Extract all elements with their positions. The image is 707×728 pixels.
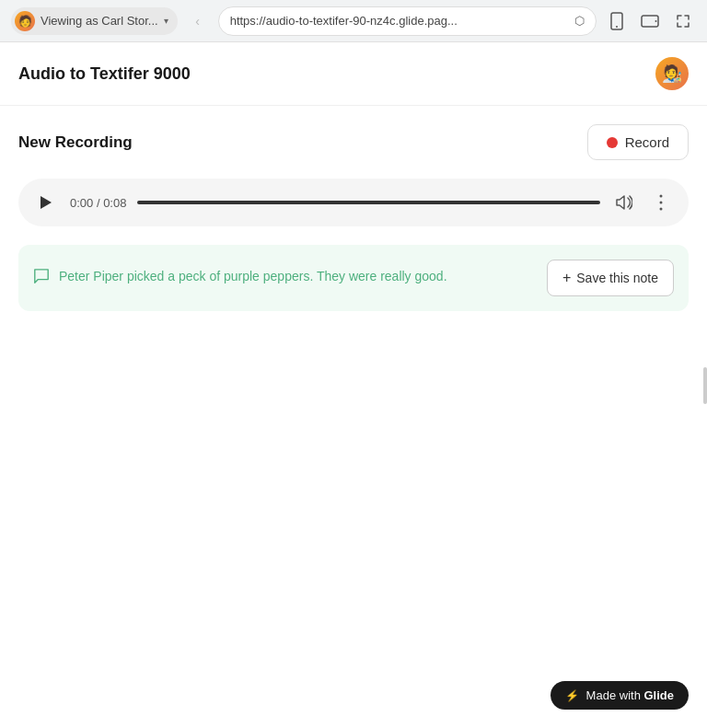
url-text: https://audio-to-textifer-90-nz4c.glide.… xyxy=(230,14,567,28)
volume-icon[interactable] xyxy=(611,190,637,215)
progress-bar[interactable] xyxy=(137,201,600,204)
svg-point-4 xyxy=(660,195,663,198)
transcription-text: Peter Piper picked a peck of purple pepp… xyxy=(59,267,447,286)
more-options-icon[interactable] xyxy=(648,190,674,215)
record-button-label: Record xyxy=(625,134,669,150)
app-header: Audio to Textifer 9000 🧑‍🎨 xyxy=(0,42,707,106)
svg-point-1 xyxy=(616,26,618,28)
profile-label: Viewing as Carl Stor... xyxy=(41,14,158,28)
scrollbar[interactable] xyxy=(703,367,707,404)
external-link-icon[interactable]: ⬡ xyxy=(574,14,585,28)
profile-switcher[interactable]: 🧑 Viewing as Carl Stor... ▾ xyxy=(11,7,178,35)
browser-icons xyxy=(604,8,696,34)
profile-avatar-small: 🧑 xyxy=(15,11,35,31)
made-with-text: Made with Glide xyxy=(586,688,674,702)
record-dot-icon xyxy=(607,137,618,148)
save-note-label: Save this note xyxy=(576,271,658,285)
time-display: 0:00 / 0:08 xyxy=(70,196,126,210)
expand-icon[interactable] xyxy=(670,8,696,34)
plus-icon: + xyxy=(562,270,571,286)
mobile-view-icon[interactable] xyxy=(604,8,630,34)
browser-chrome: 🧑 Viewing as Carl Stor... ▾ ‹ https://au… xyxy=(0,0,707,42)
glide-badge[interactable]: ⚡ Made with Glide xyxy=(551,681,689,710)
svg-point-6 xyxy=(660,208,663,211)
tablet-view-icon[interactable] xyxy=(637,8,663,34)
save-note-button[interactable]: + Save this note xyxy=(547,260,674,296)
transcription-card: Peter Piper picked a peck of purple pepp… xyxy=(18,245,689,311)
recording-section-title: New Recording xyxy=(18,133,133,152)
browser-nav: ‹ xyxy=(185,8,211,34)
record-button[interactable]: Record xyxy=(587,124,689,160)
app-main: New Recording Record 0:00 / 0:08 xyxy=(0,106,707,728)
app-title: Audio to Textifer 9000 xyxy=(18,64,191,84)
address-bar[interactable]: https://audio-to-textifer-90-nz4c.glide.… xyxy=(218,6,597,36)
svg-point-3 xyxy=(655,20,657,22)
transcription-content: Peter Piper picked a peck of purple pepp… xyxy=(33,267,536,289)
play-button[interactable] xyxy=(33,190,59,215)
lightning-icon: ⚡ xyxy=(565,689,579,702)
chevron-down-icon: ▾ xyxy=(164,16,168,26)
app-container: Audio to Textifer 9000 🧑‍🎨 New Recording… xyxy=(0,42,707,728)
back-button[interactable]: ‹ xyxy=(185,8,211,34)
recording-header: New Recording Record xyxy=(18,124,689,160)
app-avatar[interactable]: 🧑‍🎨 xyxy=(655,57,689,90)
svg-point-5 xyxy=(660,202,663,204)
chat-icon xyxy=(33,268,50,289)
audio-player: 0:00 / 0:08 xyxy=(18,179,689,226)
